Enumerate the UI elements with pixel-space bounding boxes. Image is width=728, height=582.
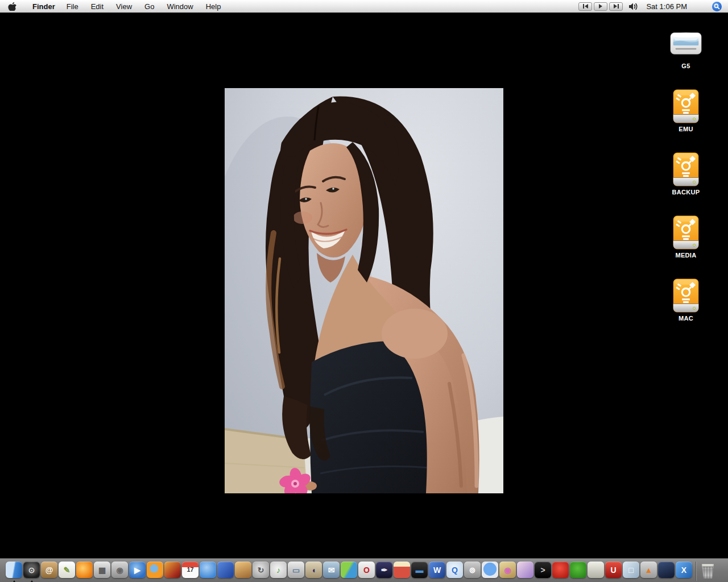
magnet-icon: U bbox=[605, 562, 622, 578]
dock-item-camera-bag[interactable] bbox=[657, 562, 675, 582]
finder-icon bbox=[6, 562, 22, 578]
dock-item-green-creature[interactable] bbox=[569, 562, 587, 582]
drive-media[interactable]: MEDIA bbox=[657, 215, 714, 259]
opera-glyph: O bbox=[363, 566, 370, 574]
desktop-drives: G5 EMU BACKUP MEDIA MAC bbox=[657, 26, 714, 322]
dock-item-textedit[interactable]: ✎ bbox=[58, 562, 76, 582]
dock-item-mail[interactable]: ✉ bbox=[322, 562, 340, 582]
drive-emu[interactable]: EMU bbox=[657, 89, 714, 132]
itunes-icon: ♪ bbox=[270, 562, 287, 578]
dock-item-opera[interactable]: O bbox=[358, 562, 375, 582]
dock-item-grab-device[interactable]: ▭ bbox=[287, 562, 305, 582]
grab-device-glyph: ▭ bbox=[292, 566, 300, 574]
drive-g5[interactable]: G5 bbox=[657, 26, 714, 69]
isync-icon: ↻ bbox=[253, 562, 269, 578]
dock-item-toast[interactable] bbox=[587, 562, 605, 582]
msn-messenger-icon bbox=[341, 562, 357, 578]
dock-item-cocktail[interactable] bbox=[164, 562, 181, 582]
drive-mac[interactable]: MAC bbox=[657, 278, 714, 322]
dock-item-dashboard[interactable]: ⊙ bbox=[23, 562, 40, 582]
mail-icon: ✉ bbox=[323, 562, 340, 578]
volume-icon[interactable] bbox=[628, 2, 639, 11]
dock-item-satellite-dish[interactable]: ⊚ bbox=[464, 562, 481, 582]
dock-item-trash[interactable] bbox=[699, 562, 717, 582]
dock-item-x11[interactable]: X bbox=[675, 562, 693, 582]
trash-paper bbox=[702, 562, 714, 567]
grab-device-icon: ▭ bbox=[288, 562, 304, 578]
dock-item-word[interactable]: W bbox=[428, 562, 446, 582]
dock-item-psp[interactable]: ▬ bbox=[411, 562, 428, 582]
dock-item-address-book[interactable]: @ bbox=[40, 562, 58, 582]
dock-item-finder[interactable] bbox=[5, 562, 23, 582]
apple-menu-icon[interactable] bbox=[8, 2, 17, 11]
dock-item-itunes[interactable]: ♪ bbox=[270, 562, 287, 582]
drive-label: EMU bbox=[679, 126, 693, 132]
dock-item-macmame[interactable]: ◖ bbox=[305, 562, 322, 582]
ink-pen-icon: ✒ bbox=[376, 562, 392, 578]
imovie-icon bbox=[217, 562, 234, 578]
firefox-icon bbox=[147, 562, 163, 578]
menu-bar-clock[interactable]: Sat 1:06 PM bbox=[646, 2, 687, 11]
dock-item-ical[interactable]: 17 bbox=[181, 562, 199, 582]
drive-label: MEDIA bbox=[676, 252, 697, 259]
dock-item-fetch[interactable] bbox=[76, 562, 93, 582]
dock-item-imovie[interactable] bbox=[217, 562, 234, 582]
spotlight-icon[interactable] bbox=[712, 2, 722, 11]
dock-item-ink-pen[interactable]: ✒ bbox=[375, 562, 393, 582]
dock-item-calculator[interactable]: ▦ bbox=[93, 562, 111, 582]
quicktime-glyph: Q bbox=[452, 566, 458, 574]
dock-item-magnet[interactable]: U bbox=[605, 562, 622, 582]
menu-file[interactable]: File bbox=[60, 2, 85, 11]
dock-item-ichat[interactable] bbox=[199, 562, 217, 582]
menu-edit[interactable]: Edit bbox=[85, 2, 110, 11]
dock-item-popcorn[interactable] bbox=[393, 562, 411, 582]
satellite-dish-glyph: ⊚ bbox=[469, 566, 476, 574]
isync-glyph: ↻ bbox=[258, 566, 264, 574]
toast-icon bbox=[588, 562, 604, 578]
map-app-glyph: ◉ bbox=[504, 566, 511, 574]
dock-item-map-app[interactable]: ◉ bbox=[499, 562, 516, 582]
dock-item-safari[interactable] bbox=[481, 562, 499, 582]
fetch-icon bbox=[76, 562, 93, 578]
dock-item-isync[interactable]: ↻ bbox=[252, 562, 270, 582]
dock-item-terminal[interactable]: > bbox=[534, 562, 552, 582]
app-menu-finder[interactable]: Finder bbox=[27, 2, 60, 11]
drive-backup[interactable]: BACKUP bbox=[657, 152, 714, 196]
desktop[interactable]: Finder File Edit View Go Window Help bbox=[0, 0, 728, 582]
media-play-button[interactable] bbox=[594, 2, 607, 11]
media-previous-button[interactable] bbox=[578, 2, 592, 11]
iphoto-icon bbox=[235, 562, 251, 578]
word-icon: W bbox=[429, 562, 445, 578]
dock-item-quicktime[interactable]: Q bbox=[446, 562, 464, 582]
menu-view[interactable]: View bbox=[110, 2, 138, 11]
safari-icon bbox=[482, 562, 498, 578]
dock-item-cube-stack[interactable]: □ bbox=[622, 562, 640, 582]
dock-item-firefox[interactable] bbox=[146, 562, 164, 582]
cocktail-icon bbox=[164, 562, 181, 578]
firewire-drive-icon bbox=[668, 278, 704, 313]
menu-go[interactable]: Go bbox=[138, 2, 160, 11]
menu-help[interactable]: Help bbox=[200, 2, 228, 11]
dock-item-comic-life[interactable] bbox=[516, 562, 534, 582]
drive-label: G5 bbox=[681, 63, 690, 69]
x11-icon: X bbox=[676, 562, 692, 578]
vlc-icon: ▲ bbox=[640, 562, 657, 578]
terminal-glyph: > bbox=[540, 566, 545, 574]
computer-drive-icon bbox=[667, 26, 705, 60]
word-glyph: W bbox=[433, 566, 441, 574]
dock-item-red-creature[interactable] bbox=[552, 562, 569, 582]
drive-label: MAC bbox=[679, 315, 693, 322]
firewire-drive-icon bbox=[668, 89, 704, 123]
menu-window[interactable]: Window bbox=[160, 2, 199, 11]
windows-media-player-icon: ▶ bbox=[129, 562, 146, 578]
dock-item-dvd-player[interactable]: ◉ bbox=[111, 562, 129, 582]
media-next-button[interactable] bbox=[609, 2, 623, 11]
dock-item-iphoto[interactable] bbox=[234, 562, 252, 582]
dock-item-vlc[interactable]: ▲ bbox=[640, 562, 657, 582]
photo-illustration bbox=[225, 88, 503, 493]
menu-bar-right: Sat 1:06 PM bbox=[577, 2, 728, 11]
x11-glyph: X bbox=[681, 566, 686, 574]
dock-item-msn-messenger[interactable] bbox=[340, 562, 358, 582]
dock-item-windows-media-player[interactable]: ▶ bbox=[129, 562, 146, 582]
popcorn-icon bbox=[394, 562, 410, 578]
